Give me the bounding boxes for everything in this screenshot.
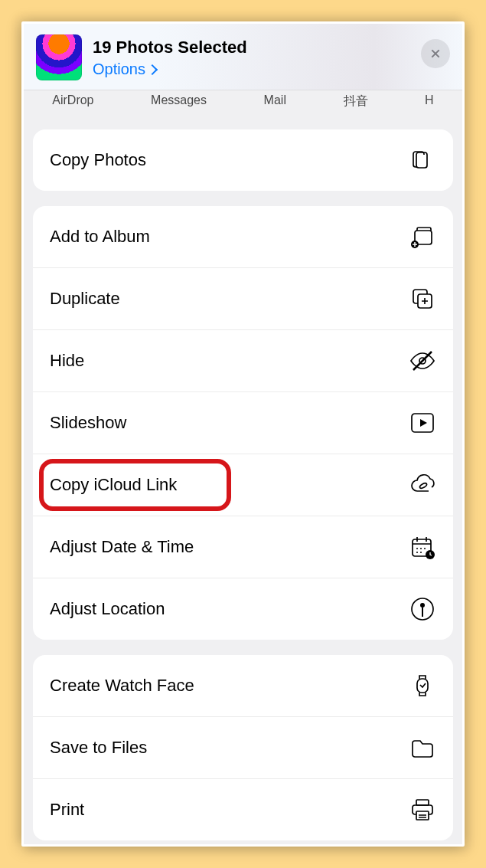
adjust-date-time-row[interactable]: Adjust Date & Time: [33, 516, 453, 578]
sheet-header: 19 Photos Selected Options: [24, 24, 462, 90]
options-button[interactable]: Options: [93, 61, 156, 78]
share-targets-row: AirDrop Messages Mail 抖音 H: [24, 90, 462, 114]
row-label: Copy Photos: [50, 150, 146, 170]
row-label: Save to Files: [50, 738, 147, 758]
share-target[interactable]: Mail: [264, 93, 286, 110]
printer-icon: [409, 796, 436, 824]
watch-icon: [409, 672, 436, 699]
action-group: Copy Photos: [33, 129, 453, 191]
calendar-clock-icon: [409, 533, 436, 561]
share-target[interactable]: AirDrop: [52, 93, 93, 110]
row-label: Print: [50, 800, 84, 820]
options-label: Options: [93, 61, 145, 78]
copy-icloud-link-row[interactable]: Copy iCloud Link: [33, 454, 453, 516]
folder-icon: [409, 734, 436, 762]
share-target[interactable]: H: [425, 93, 434, 110]
hide-row[interactable]: Hide: [33, 329, 453, 391]
chevron-right-icon: [147, 64, 158, 74]
action-group: Add to AlbumDuplicateHideSlideshowCopy i…: [33, 206, 453, 640]
album-add-icon: [409, 223, 436, 251]
row-label: Copy iCloud Link: [50, 475, 177, 495]
copy-docs-icon: [409, 146, 436, 174]
save-to-files-row[interactable]: Save to Files: [33, 716, 453, 778]
print-row[interactable]: Print: [33, 778, 453, 840]
share-target[interactable]: 抖音: [344, 93, 368, 110]
action-groups: Copy PhotosAdd to AlbumDuplicateHideSlid…: [24, 114, 462, 844]
cloud-link-icon: [409, 471, 436, 499]
duplicate-icon: [409, 285, 436, 313]
action-group: Create Watch FaceSave to FilesPrint: [33, 655, 453, 840]
copy-photos-row[interactable]: Copy Photos: [33, 129, 453, 191]
row-label: Add to Album: [50, 227, 150, 247]
duplicate-row[interactable]: Duplicate: [33, 267, 453, 329]
row-label: Duplicate: [50, 289, 120, 309]
adjust-location-row[interactable]: Adjust Location: [33, 578, 453, 640]
row-label: Hide: [50, 351, 84, 371]
header-text: 19 Photos Selected Options: [93, 34, 410, 78]
row-label: Create Watch Face: [50, 676, 194, 696]
selection-title: 19 Photos Selected: [93, 38, 410, 57]
play-icon: [409, 409, 436, 437]
share-sheet: 19 Photos Selected Options AirDrop Messa…: [21, 21, 465, 847]
slideshow-row[interactable]: Slideshow: [33, 391, 453, 454]
close-button[interactable]: [421, 39, 450, 68]
pin-circle-icon: [409, 595, 436, 623]
row-label: Slideshow: [50, 413, 126, 433]
add-to-album-row[interactable]: Add to Album: [33, 206, 453, 267]
row-label: Adjust Location: [50, 599, 165, 619]
eye-slash-icon: [409, 347, 436, 375]
close-icon: [429, 47, 442, 60]
create-watch-face-row[interactable]: Create Watch Face: [33, 655, 453, 716]
row-label: Adjust Date & Time: [50, 537, 194, 557]
share-target[interactable]: Messages: [151, 93, 207, 110]
photo-thumbnail: [36, 34, 82, 80]
